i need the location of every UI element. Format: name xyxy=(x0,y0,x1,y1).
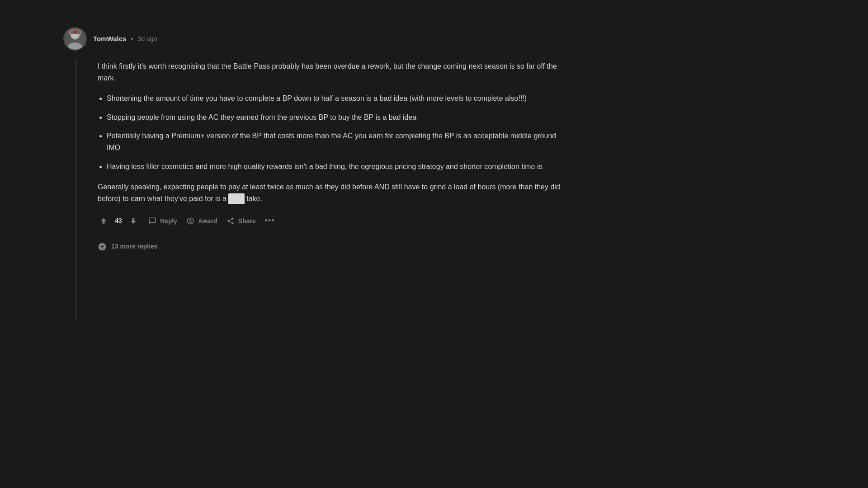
award-label: Award xyxy=(198,217,217,225)
post-header: TomWales • 3d ago xyxy=(63,27,570,51)
post-body: I think firstly it's worth recognising t… xyxy=(93,61,570,251)
avatar xyxy=(63,27,87,51)
more-options-button[interactable]: ••• xyxy=(261,213,278,228)
list-item: Stopping people from using the AC they e… xyxy=(107,112,570,123)
thread-line xyxy=(75,59,76,321)
content-area: TomWales • 3d ago I think firstly it's w… xyxy=(0,0,633,269)
list-item: Shortening the amount of time you have t… xyxy=(107,93,570,104)
censored-word xyxy=(228,193,244,204)
avatar-image xyxy=(64,28,86,50)
more-replies[interactable]: 13 more replies xyxy=(98,242,570,251)
share-icon xyxy=(226,217,235,225)
more-replies-label: 13 more replies xyxy=(111,242,158,251)
action-bar: 43 Reply xyxy=(98,213,570,228)
post-intro: I think firstly it's worth recognising t… xyxy=(98,61,570,84)
post-bullet-list: Shortening the amount of time you have t… xyxy=(107,93,570,172)
more-dots: ••• xyxy=(265,216,275,225)
list-item: Having less filler cosmetics and more hi… xyxy=(107,161,570,173)
post-conclusion: Generally speaking, expecting people to … xyxy=(98,181,570,204)
conclusion-start: Generally speaking, expecting people to … xyxy=(98,183,560,202)
upvote-icon xyxy=(99,217,108,225)
downvote-button[interactable] xyxy=(127,215,139,227)
share-button[interactable]: Share xyxy=(223,214,259,228)
reply-label: Reply xyxy=(160,217,177,225)
upvote-button[interactable] xyxy=(98,215,109,227)
award-icon xyxy=(186,217,194,225)
reply-button[interactable]: Reply xyxy=(145,214,181,228)
list-item: Potentially having a Premium+ version of… xyxy=(107,130,570,153)
share-label: Share xyxy=(238,217,256,225)
page-container: TomWales • 3d ago I think firstly it's w… xyxy=(0,0,868,488)
username[interactable]: TomWales xyxy=(93,34,126,44)
vote-count: 43 xyxy=(113,216,124,225)
award-button[interactable]: Award xyxy=(183,214,221,228)
conclusion-end: take. xyxy=(246,195,262,202)
reply-icon xyxy=(148,217,156,225)
downvote-icon xyxy=(129,217,137,225)
timestamp: 3d ago xyxy=(138,34,157,44)
timestamp-separator: • xyxy=(131,34,133,44)
username-area: TomWales • 3d ago xyxy=(93,34,157,44)
vote-section: 43 xyxy=(98,215,139,227)
expand-replies-icon xyxy=(98,242,107,251)
